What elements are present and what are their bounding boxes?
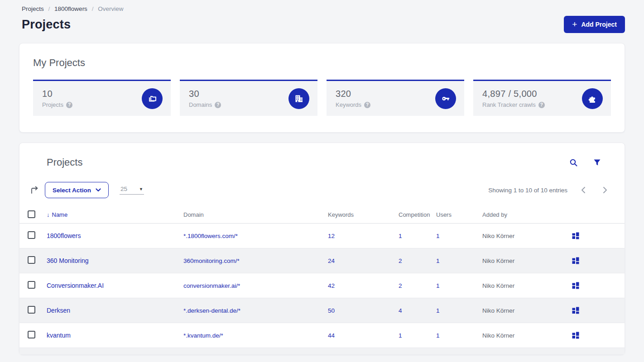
previous-page-icon[interactable] (577, 184, 589, 196)
dashboard-icon[interactable] (572, 332, 579, 339)
project-domain-link[interactable]: *.1800flowers.com/* (183, 233, 238, 239)
stat-crawls-value: 4,897 / 5,000 (482, 89, 545, 99)
added-by-text: Niko Körner (482, 282, 572, 289)
table-row: Conversionmaker.AI conversionmaker.ai/* … (19, 273, 625, 298)
next-page-icon[interactable] (599, 184, 611, 196)
stat-keywords-label: Keywords (336, 101, 361, 108)
search-icon[interactable] (569, 158, 578, 167)
breadcrumb-project[interactable]: 1800flowers (54, 5, 87, 12)
table-row: 1800flowers *.1800flowers.com/* 12 1 1 N… (19, 224, 625, 248)
help-icon[interactable]: ? (66, 102, 72, 108)
stat-domains-label: Domains (189, 101, 212, 108)
stat-keywords: 320 Keywords ? (327, 80, 464, 116)
competition-count-link[interactable]: 2 (399, 257, 402, 264)
column-header-name[interactable]: ↓ Name (47, 211, 183, 218)
project-name-link[interactable]: 1800flowers (47, 232, 81, 239)
partial-next-row (19, 348, 625, 354)
sort-descending-icon: ↓ (47, 211, 50, 218)
keywords-count-link[interactable]: 42 (328, 282, 335, 289)
users-count-link[interactable]: 1 (436, 282, 440, 289)
column-header-users[interactable]: Users (436, 211, 482, 218)
project-name-link[interactable]: 360 Monitoring (47, 257, 89, 264)
breadcrumb: Projects / 1800flowers / Overview (19, 5, 625, 12)
table-row: Derksen *.derksen-dental.de/* 50 4 1 Nik… (19, 298, 625, 323)
competition-count-link[interactable]: 1 (399, 332, 402, 339)
help-icon[interactable]: ? (538, 102, 545, 108)
users-count-link[interactable]: 1 (436, 257, 440, 264)
added-by-text: Niko Körner (482, 332, 572, 339)
users-count-link[interactable]: 1 (436, 332, 440, 339)
help-icon[interactable]: ? (364, 102, 370, 108)
stat-projects-value: 10 (42, 89, 72, 99)
users-count-link[interactable]: 1 (436, 307, 440, 314)
showing-entries-text: Showing 1 to 10 of 10 entries (488, 187, 567, 194)
stat-domains: 30 Domains ? (180, 80, 317, 116)
stat-keywords-value: 320 (336, 89, 370, 99)
projects-table-card: Projects (19, 143, 625, 355)
project-domain-link[interactable]: *.kvantum.de/* (183, 332, 223, 339)
chevron-down-icon (96, 188, 101, 192)
select-all-checkbox[interactable] (28, 210, 35, 218)
key-icon (435, 88, 456, 109)
page-title: Projects (22, 18, 71, 32)
competition-count-link[interactable]: 4 (399, 307, 402, 314)
page: Projects / 1800flowers / Overview Projec… (0, 0, 644, 355)
row-checkbox[interactable] (28, 281, 35, 289)
added-by-text: Niko Körner (482, 233, 572, 239)
caret-down-icon: ▼ (139, 187, 143, 191)
projects-table-title: Projects (33, 157, 82, 168)
added-by-text: Niko Körner (482, 307, 572, 314)
add-project-label: Add Project (581, 21, 617, 28)
project-name-link[interactable]: Conversionmaker.AI (47, 282, 104, 289)
dashboard-icon[interactable] (572, 282, 579, 289)
row-checkbox[interactable] (28, 331, 35, 338)
dashboard-icon[interactable] (572, 307, 579, 314)
add-project-button[interactable]: + Add Project (564, 16, 625, 33)
keywords-count-link[interactable]: 50 (328, 307, 335, 314)
row-checkbox[interactable] (28, 306, 35, 314)
help-icon[interactable]: ? (215, 102, 221, 108)
column-header-added-by[interactable]: Added by (482, 211, 572, 218)
export-icon[interactable] (29, 185, 39, 195)
table-row: 360 Monitoring 360monitoring.com/* 24 2 … (19, 248, 625, 273)
table-toolbar: Select Action 25 ▼ Showing 1 to 10 of 10… (19, 182, 625, 198)
plus-icon: + (572, 20, 577, 29)
project-domain-link[interactable]: 360monitoring.com/* (183, 257, 240, 264)
building-icon (288, 88, 309, 109)
project-name-link[interactable]: kvantum (47, 332, 71, 339)
stats-row: 10 Projects ? 30 Domai (33, 80, 611, 116)
column-header-competition[interactable]: Competition (399, 211, 436, 218)
select-action-label: Select Action (53, 187, 91, 194)
stat-projects-label: Projects (42, 101, 63, 108)
users-count-link[interactable]: 1 (436, 233, 440, 239)
page-size-value: 25 (120, 186, 127, 192)
column-header-domain[interactable]: Domain (183, 211, 328, 218)
competition-count-link[interactable]: 2 (399, 282, 402, 289)
dashboard-icon[interactable] (572, 232, 579, 239)
breadcrumb-current: Overview (98, 5, 123, 12)
my-projects-title: My Projects (33, 57, 611, 69)
stat-domains-value: 30 (189, 89, 221, 99)
breadcrumb-separator: / (48, 5, 50, 12)
puzzle-icon (582, 88, 603, 109)
competition-count-link[interactable]: 1 (399, 233, 402, 239)
keywords-count-link[interactable]: 44 (328, 332, 335, 339)
page-header: Projects + Add Project (19, 16, 625, 33)
breadcrumb-separator: / (92, 5, 94, 12)
select-action-dropdown[interactable]: Select Action (45, 182, 109, 198)
dashboard-icon[interactable] (572, 257, 579, 264)
project-domain-link[interactable]: *.derksen-dental.de/* (183, 307, 240, 314)
project-domain-link[interactable]: conversionmaker.ai/* (183, 282, 240, 289)
row-checkbox[interactable] (28, 256, 35, 264)
keywords-count-link[interactable]: 24 (328, 257, 335, 264)
stat-crawls-label: Rank Tracker crawls (482, 101, 536, 108)
keywords-count-link[interactable]: 12 (328, 233, 335, 239)
breadcrumb-projects[interactable]: Projects (22, 5, 44, 12)
page-size-select[interactable]: 25 ▼ (120, 186, 144, 195)
filter-icon[interactable] (593, 159, 601, 167)
table-row: kvantum *.kvantum.de/* 44 1 1 Niko Körne… (19, 323, 625, 348)
row-checkbox[interactable] (28, 231, 35, 239)
table-body: 1800flowers *.1800flowers.com/* 12 1 1 N… (19, 224, 625, 348)
project-name-link[interactable]: Derksen (47, 307, 70, 314)
column-header-keywords[interactable]: Keywords (328, 211, 399, 218)
